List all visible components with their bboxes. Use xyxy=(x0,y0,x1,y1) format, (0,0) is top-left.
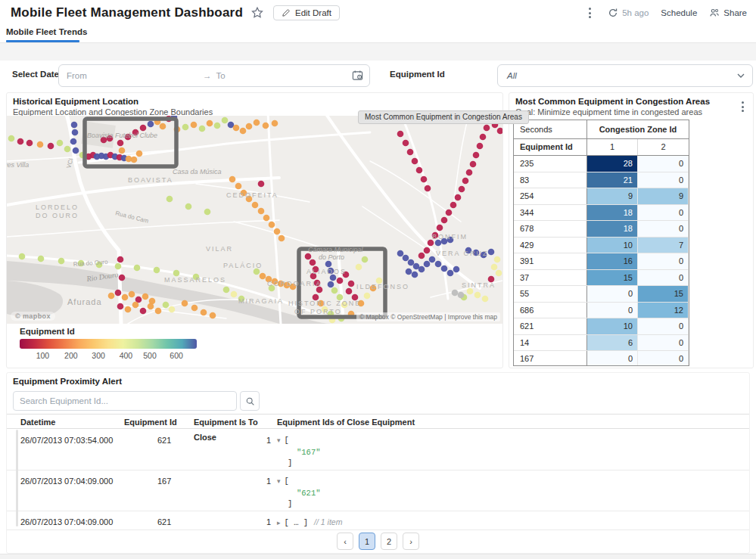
congestion-panel: Most Common Equipment in Congestion Area… xyxy=(509,92,754,368)
equipment-point xyxy=(129,291,135,298)
page-next-button[interactable]: › xyxy=(403,533,419,550)
equipment-point xyxy=(17,138,24,145)
page-prev-button[interactable]: ‹ xyxy=(337,533,353,550)
equipment-point xyxy=(453,266,460,273)
equipment-point xyxy=(191,122,198,129)
map-legend-gradient xyxy=(20,339,197,349)
improve-map-link[interactable]: Improve this map xyxy=(448,313,497,321)
equipment-point xyxy=(470,161,477,168)
map-label: MIRAGAIA xyxy=(238,297,284,305)
cell-is-to-close: 1 xyxy=(194,430,277,470)
equipment-point xyxy=(222,117,229,124)
equipment-id-select-value: All xyxy=(507,71,517,80)
share-label: Share xyxy=(723,8,747,17)
active-tab-underline xyxy=(6,40,79,42)
edit-draft-label: Edit Draft xyxy=(295,8,331,17)
json-open-bracket: [ xyxy=(285,477,289,486)
table-scrollbar[interactable] xyxy=(16,430,18,526)
json-collapsed-preview: [ … ] xyxy=(285,518,309,527)
equipment-point xyxy=(169,306,176,313)
map-label: do Porto xyxy=(319,253,344,261)
equipment-point xyxy=(73,148,79,154)
pivot-row: 391160 xyxy=(514,253,689,270)
equipment-point xyxy=(484,125,490,132)
header-kebab-menu[interactable] xyxy=(584,5,596,20)
equipment-point xyxy=(72,129,79,136)
pencil-icon xyxy=(282,8,291,17)
equipment-point xyxy=(429,256,436,263)
mapbox-attribution-link[interactable]: © Mapbox xyxy=(359,313,389,321)
osm-attribution-link[interactable]: © OpenStreetMap xyxy=(390,313,443,321)
calendar-icon[interactable] xyxy=(352,70,363,81)
equipment-point xyxy=(185,203,192,210)
equipment-point xyxy=(132,302,139,309)
pagination: ‹12› xyxy=(7,533,749,550)
pivot-row: 678180 xyxy=(514,221,689,238)
equipment-point xyxy=(418,266,425,273)
equipment-point xyxy=(346,288,353,295)
equipment-point xyxy=(148,121,154,128)
pivot-row-id: 37 xyxy=(514,270,587,286)
pivot-row: 1460 xyxy=(514,335,689,352)
equipment-point xyxy=(407,149,414,156)
equipment-point xyxy=(235,183,242,190)
json-expand-caret[interactable]: ▾ xyxy=(277,436,281,444)
equipment-point xyxy=(435,261,442,268)
legend-tick: 400 xyxy=(120,351,133,360)
map-label: BOAVISTA xyxy=(128,176,173,184)
equipment-point xyxy=(140,125,147,132)
map-label: VERA CRUZ xyxy=(436,250,489,257)
pivot-row: 25499 xyxy=(514,188,689,205)
equipment-point xyxy=(173,270,180,277)
share-people-icon xyxy=(709,8,720,18)
equipment-point xyxy=(252,202,259,209)
schedule-button[interactable]: Schedule xyxy=(661,8,697,17)
equipment-point xyxy=(362,256,369,263)
equipment-point xyxy=(496,270,502,277)
equipment-point xyxy=(37,141,44,148)
date-to-placeholder: To xyxy=(216,71,226,80)
favorite-star-icon[interactable] xyxy=(250,6,264,20)
equipment-point xyxy=(272,120,278,127)
equipment-point xyxy=(458,292,465,299)
map-label: Câmara Municipal xyxy=(308,246,364,253)
share-button[interactable]: Share xyxy=(709,8,747,18)
mapbox-logo[interactable]: © mapbox xyxy=(11,312,55,321)
equipment-point xyxy=(305,253,312,260)
equipment-point xyxy=(408,259,415,266)
refresh-icon[interactable] xyxy=(608,8,618,18)
equipment-point xyxy=(278,235,285,242)
search-input[interactable] xyxy=(13,391,237,411)
equipment-id-filter-label: Equipment Id xyxy=(390,70,445,79)
map[interactable]: Boavista Futebol ClubeBOAVISTACasa da Mú… xyxy=(7,116,502,324)
page-button-2[interactable]: 2 xyxy=(381,533,397,550)
edit-draft-button[interactable]: Edit Draft xyxy=(273,5,340,20)
equipment-point xyxy=(48,143,54,150)
page-button-1[interactable]: 1 xyxy=(359,533,375,550)
pivot-heat-cell: 6 xyxy=(587,335,638,351)
json-expand-caret[interactable]: ▸ xyxy=(277,519,281,526)
equipment-point xyxy=(269,222,275,228)
pivot-heat-cell: 9 xyxy=(638,188,689,204)
equipment-point xyxy=(64,146,71,153)
json-expand-caret[interactable]: ▾ xyxy=(277,477,281,485)
cell-is-to-close: 1 xyxy=(194,470,277,511)
equipment-point xyxy=(155,308,162,315)
pivot-row-id: 14 xyxy=(514,335,587,351)
equipment-point xyxy=(136,151,143,157)
pivot-row-id: 235 xyxy=(514,156,587,172)
map-legend-label: Equipment Id xyxy=(20,327,75,336)
map-overlay-title: Most Common Equipment in Congestion Area… xyxy=(358,110,529,124)
equipment-point xyxy=(119,148,126,154)
equipment-point xyxy=(466,169,473,176)
date-range-input[interactable]: From → To xyxy=(58,64,370,87)
search-button[interactable] xyxy=(240,391,260,411)
congestion-panel-kebab-menu[interactable] xyxy=(737,99,748,114)
tab-mobile-fleet-trends[interactable]: Mobile Fleet Trends xyxy=(6,27,87,41)
legend-tick: 100 xyxy=(36,351,50,360)
pivot-row-id: 391 xyxy=(514,253,587,269)
equipment-point xyxy=(246,123,253,130)
equipment-point xyxy=(240,128,247,135)
equipment-id-select[interactable]: All xyxy=(497,64,753,87)
equipment-point xyxy=(254,120,260,126)
